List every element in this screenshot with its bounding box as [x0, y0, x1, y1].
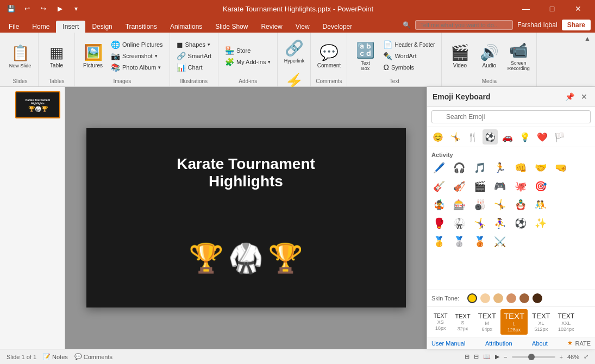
emoji-bowling[interactable]: 🎳 — [471, 196, 488, 214]
shapes-button[interactable]: ◼ Shapes ▾ — [174, 39, 214, 50]
emoji-2nd-medal[interactable]: 🥈 — [450, 233, 468, 250]
size-xxl-button[interactable]: TEXT XXL 1024px — [555, 310, 578, 334]
screenshot-button[interactable]: 📷 Screenshot ▾ — [109, 51, 165, 61]
emoji-woman-cartwheeling[interactable]: 🤸‍♀️ — [471, 215, 488, 232]
attribution-link[interactable]: Attribution — [485, 340, 512, 347]
skin-tone-light[interactable] — [480, 293, 490, 303]
store-button[interactable]: 🏪 Store — [223, 45, 273, 56]
rate-button[interactable]: ★ RATE — [567, 340, 591, 347]
size-s-button[interactable]: TEXT S 32px — [452, 311, 474, 334]
category-activity-button[interactable]: 🤸 — [448, 129, 463, 145]
emoji-pen[interactable]: 🖊️ — [430, 159, 448, 177]
slide-thumbnail[interactable]: Karate TournamentHighlights 🏆🥋🏆 — [15, 91, 60, 118]
tab-transitions[interactable]: Transitions — [119, 21, 164, 33]
emoji-fist[interactable]: 👊 — [512, 159, 529, 177]
emoji-search-input[interactable] — [431, 110, 591, 123]
normal-view-button[interactable]: ⊞ — [465, 353, 469, 360]
slide-sorter-button[interactable]: ⊟ — [474, 353, 479, 360]
video-button[interactable]: 🎬 Video — [446, 38, 473, 74]
tab-file[interactable]: File — [2, 21, 26, 33]
comments-button[interactable]: 💬 Comments — [74, 353, 112, 360]
slideshow-button[interactable]: ▶ — [495, 353, 499, 360]
size-xl-button[interactable]: TEXT XL 512px — [529, 310, 553, 334]
chart-button[interactable]: 📊 Chart — [174, 62, 214, 73]
size-l-button[interactable]: TEXT L 128px — [500, 309, 528, 335]
tab-view[interactable]: View — [289, 21, 316, 33]
tab-slideshow[interactable]: Slide Show — [209, 21, 254, 33]
emoji-octopus[interactable]: 🐙 — [512, 178, 529, 195]
wordart-button[interactable]: ✒️ WordArt — [381, 51, 437, 61]
smartart-button[interactable]: 🔗 SmartArt — [174, 51, 214, 61]
skin-tone-medium-dark[interactable] — [519, 293, 529, 303]
emoji-handshake[interactable]: 🤝 — [532, 159, 549, 177]
category-smileys-button[interactable]: 😊 — [430, 129, 446, 145]
emoji-cartwheel[interactable]: 🤸 — [491, 196, 509, 214]
emoji-clapper[interactable]: 🎬 — [471, 178, 488, 195]
screen-recording-button[interactable]: 📹 ScreenRecording — [505, 38, 532, 74]
new-slide-button[interactable]: 📋 New Slide — [7, 38, 34, 74]
ribbon-collapse[interactable]: ▲ — [582, 33, 593, 86]
textbox-button[interactable]: 🔡 TextBox — [352, 38, 379, 74]
emoji-juggle[interactable]: 🤹 — [430, 196, 448, 214]
tab-review[interactable]: Review — [254, 21, 289, 33]
emoji-target[interactable]: 🎯 — [532, 178, 549, 195]
emoji-1st-medal[interactable]: 🥇 — [430, 233, 448, 250]
share-button[interactable]: Share — [562, 20, 591, 30]
fit-window-button[interactable]: ⤢ — [584, 353, 588, 360]
photo-album-button[interactable]: 📚 Photo Album ▾ — [109, 62, 165, 73]
ribbon-search-input[interactable] — [415, 20, 513, 30]
emoji-slot[interactable]: 🎰 — [450, 196, 468, 214]
emoji-sparkles[interactable]: ✨ — [532, 215, 549, 232]
emoji-running[interactable]: 🏃 — [491, 159, 509, 177]
emoji-3rd-medal[interactable]: 🥉 — [471, 233, 488, 250]
comment-button[interactable]: 💬 Comment — [315, 38, 342, 74]
emoji-panel-close-button[interactable]: ✕ — [579, 91, 590, 102]
emoji-row1-7[interactable]: 🤜 — [552, 159, 569, 177]
emoji-crossed-swords[interactable]: ⚔️ — [491, 233, 509, 250]
skin-tone-medium-light[interactable] — [493, 293, 503, 303]
maximize-button[interactable]: □ — [540, 0, 565, 17]
redo-button[interactable]: ↪ — [37, 2, 50, 15]
about-link[interactable]: About — [532, 340, 548, 347]
emoji-woman-playing[interactable]: ⛹️‍♀️ — [491, 215, 509, 232]
my-addins-button[interactable]: 🧩 My Add-ins ▾ — [223, 57, 273, 67]
customize-qat-button[interactable]: ▾ — [70, 2, 83, 15]
slide-canvas[interactable]: Karate TournamentHighlights 🏆 🥋 🏆 — [86, 128, 406, 307]
skin-tone-medium[interactable] — [506, 293, 516, 303]
present-button[interactable]: ▶ — [53, 2, 66, 15]
category-sports-button[interactable]: ⚽ — [483, 129, 498, 145]
category-symbols-button[interactable]: ❤️ — [535, 129, 550, 145]
minimize-button[interactable]: — — [513, 0, 538, 17]
tab-developer[interactable]: Developer — [316, 21, 359, 33]
skin-tone-yellow[interactable] — [467, 293, 477, 303]
emoji-soccer[interactable]: ⚽ — [512, 215, 529, 232]
undo-button[interactable]: ↩ — [21, 2, 34, 15]
category-objects-button[interactable]: 💡 — [517, 129, 533, 145]
zoom-in-button[interactable]: + — [560, 354, 563, 360]
emoji-boxing[interactable]: 🥊 — [430, 215, 448, 232]
close-button[interactable]: ✕ — [566, 0, 591, 17]
tab-home[interactable]: Home — [26, 21, 56, 33]
category-food-button[interactable]: 🍴 — [465, 129, 480, 145]
tab-animations[interactable]: Animations — [164, 21, 209, 33]
tab-design[interactable]: Design — [85, 21, 118, 33]
user-manual-link[interactable]: User Manual — [431, 340, 465, 347]
zoom-slider[interactable] — [512, 356, 555, 358]
reading-view-button[interactable]: 📖 — [483, 353, 491, 360]
emoji-doll[interactable]: 🪆 — [512, 196, 529, 214]
tab-insert[interactable]: Insert — [56, 21, 85, 33]
size-m-button[interactable]: TEXT M 64px — [475, 310, 499, 334]
header-footer-button[interactable]: 📄 Header & Footer — [381, 39, 437, 50]
category-travel-button[interactable]: 🚗 — [500, 129, 515, 145]
zoom-out-button[interactable]: − — [504, 354, 507, 360]
pictures-button[interactable]: 🖼️ Pictures — [79, 38, 107, 74]
emoji-panel-pin-button[interactable]: 📌 — [563, 91, 577, 102]
online-pictures-button[interactable]: 🌐 Online Pictures — [109, 39, 165, 50]
notes-button[interactable]: 📝 Notes — [43, 353, 68, 360]
save-button[interactable]: 💾 — [4, 2, 17, 15]
emoji-music[interactable]: 🎵 — [471, 159, 488, 177]
category-flags-button[interactable]: 🏳️ — [552, 129, 567, 145]
emoji-violin[interactable]: 🎻 — [450, 178, 468, 195]
skin-tone-dark[interactable] — [533, 293, 542, 303]
emoji-guitar[interactable]: 🎸 — [430, 178, 448, 195]
